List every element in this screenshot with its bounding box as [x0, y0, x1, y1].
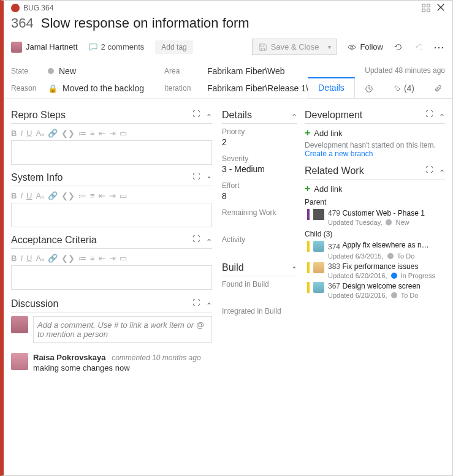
related-updated: Updated Tuesday, — [328, 219, 382, 226]
related-updated: Updated 6/3/2015, — [328, 252, 384, 260]
priority-label: Priority — [222, 127, 297, 136]
expand-icon[interactable]: ⛶ — [192, 110, 201, 121]
priority-value[interactable]: 2 — [222, 137, 297, 147]
acceptance-editor[interactable] — [11, 265, 212, 290]
severity-value[interactable]: 3 - Medium — [222, 164, 297, 174]
refresh-icon[interactable] — [394, 43, 403, 51]
related-item[interactable]: 479 Customer Web - Phase 1 Updated Tuesd… — [305, 209, 445, 226]
related-updated: Updated 6/20/2016, — [328, 292, 387, 299]
close-icon[interactable] — [436, 3, 446, 13]
area-label: Area — [164, 67, 207, 75]
related-title: Apply fix elsewhere as n… — [342, 241, 428, 249]
found-in-build-value[interactable] — [222, 290, 297, 300]
state-dot-icon — [386, 219, 392, 225]
expand-icon[interactable]: ⛶ — [192, 172, 201, 183]
expand-icon[interactable]: ⛶ — [192, 298, 201, 309]
development-heading: Development — [305, 110, 362, 121]
add-link-label: Add link — [314, 129, 342, 138]
tab-links-count: (4) — [404, 83, 414, 93]
related-heading: Related Work — [305, 165, 364, 176]
comments-summary[interactable]: 2 comments — [89, 42, 145, 51]
integrated-build-label: Integrated in Build — [222, 307, 297, 315]
state-dropdown[interactable]: New — [48, 66, 164, 76]
area-value[interactable]: Fabrikam Fiber\Web — [207, 66, 285, 76]
collapse-icon[interactable] — [291, 110, 297, 121]
bug-icon — [11, 4, 20, 12]
child-group-label: Child (3) — [305, 230, 445, 238]
state-dot-icon — [391, 292, 397, 298]
acceptance-heading: Acceptance Criteria — [11, 235, 97, 246]
expand-icon[interactable]: ⛶ — [192, 235, 201, 246]
state-dot-icon — [391, 273, 397, 279]
related-title: Customer Web - Phase 1 — [342, 209, 425, 217]
related-id: 367 — [328, 282, 340, 290]
svg-rect-2 — [422, 9, 425, 12]
collapse-icon[interactable] — [206, 172, 212, 183]
svg-rect-1 — [427, 4, 430, 7]
sysinfo-editor[interactable] — [11, 203, 212, 227]
svg-rect-3 — [427, 9, 430, 12]
repro-editor[interactable] — [11, 140, 212, 165]
lock-icon: 🔒 — [48, 84, 58, 93]
sysinfo-heading: System Info — [11, 172, 63, 183]
save-close-button[interactable]: Save & Close — [252, 39, 337, 55]
tab-attachments[interactable] — [424, 80, 452, 98]
related-add-link-button[interactable]: + Add link — [305, 183, 445, 194]
updated-timestamp: Updated 48 minutes ago — [365, 66, 445, 75]
comment-author: Raisa Pokrovskaya — [33, 353, 106, 362]
discussion-heading: Discussion — [11, 298, 58, 309]
collapse-icon[interactable] — [206, 110, 212, 121]
expand-icon[interactable]: ⛶ — [425, 165, 434, 176]
create-branch-link[interactable]: Create a new branch — [305, 149, 445, 158]
tab-history[interactable] — [355, 80, 383, 98]
avatar-icon — [313, 241, 324, 252]
type-color-bar — [307, 262, 310, 273]
maximize-icon[interactable] — [422, 4, 430, 12]
related-id: 383 — [328, 262, 340, 271]
avatar-icon — [313, 262, 324, 273]
state-dot-icon — [387, 253, 394, 259]
add-tag-button[interactable]: Add tag — [155, 40, 192, 54]
tab-details[interactable]: Details — [308, 77, 355, 98]
undo-icon[interactable] — [414, 43, 422, 51]
related-item[interactable]: 383 Fix performance issues Updated 6/20/… — [305, 262, 445, 279]
collapse-icon[interactable] — [439, 110, 445, 121]
collapse-icon[interactable] — [291, 262, 297, 273]
comment-input[interactable]: Add a comment. Use # to link a work item… — [33, 316, 212, 343]
related-title: Design welcome screen — [342, 282, 420, 290]
remaining-label: Remaining Work — [222, 208, 297, 217]
integrated-build-value[interactable] — [222, 317, 297, 327]
acceptance-toolbar[interactable]: BIUAₐ🔗❮❯≔≡⇤⇥▭ — [11, 252, 212, 264]
collapse-icon[interactable] — [439, 165, 445, 176]
follow-button[interactable]: Follow — [348, 42, 383, 51]
avatar-icon — [11, 353, 28, 370]
collapse-icon[interactable] — [206, 298, 212, 309]
comment-time: commented 10 months ago — [112, 353, 200, 362]
sysinfo-toolbar[interactable]: BIUAₐ🔗❮❯≔≡⇤⇥▭ — [11, 190, 212, 202]
related-title: Fix performance issues — [342, 262, 418, 271]
related-id: 374 — [328, 243, 340, 251]
repro-toolbar[interactable]: BIUAₐ🔗❮❯≔≡⇤⇥▭ — [11, 127, 212, 139]
avatar-icon — [11, 42, 22, 53]
related-item[interactable]: 367 Design welcome screen Updated 6/20/2… — [305, 282, 445, 299]
remaining-value[interactable] — [222, 218, 297, 228]
assignee-picker[interactable]: Jamal Hartnett — [11, 42, 78, 53]
type-color-bar — [307, 241, 310, 252]
expand-icon[interactable]: ⛶ — [425, 110, 434, 121]
more-icon[interactable]: ⋯ — [433, 40, 445, 54]
save-close-label: Save & Close — [271, 42, 319, 51]
reason-dropdown[interactable]: 🔒 Moved to the backlog — [48, 83, 164, 93]
tab-links[interactable]: (4) — [383, 78, 424, 98]
workitem-title[interactable]: Slow response on information form — [41, 15, 249, 31]
dev-add-link-button[interactable]: + Add link — [305, 127, 445, 138]
type-color-bar — [307, 209, 310, 220]
attachment-icon — [434, 85, 443, 93]
related-item[interactable]: 374 Apply fix elsewhere as n… Updated 6/… — [305, 241, 445, 260]
plus-icon: + — [305, 127, 310, 138]
activity-value[interactable] — [222, 245, 297, 255]
effort-value[interactable]: 8 — [222, 191, 297, 201]
type-color-bar — [307, 282, 310, 293]
related-state: To Do — [401, 292, 419, 299]
collapse-icon[interactable] — [206, 235, 212, 246]
avatar-icon — [313, 282, 324, 293]
